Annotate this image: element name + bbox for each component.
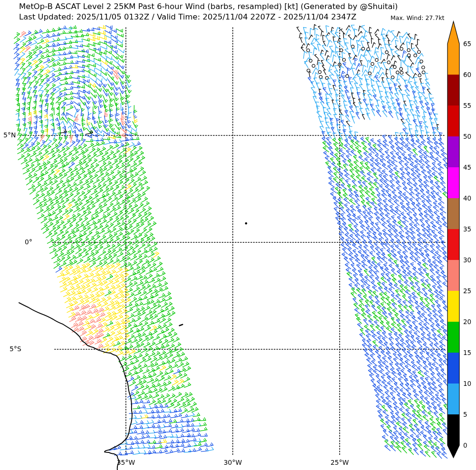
y-axis-tick-0°: 0°: [25, 238, 32, 246]
x-axis-tick-35°W: 35°W: [117, 459, 135, 466]
max-wind-label: Max. Wind: 27.7kt: [390, 14, 444, 21]
colorbar-tick-15: 15: [463, 349, 471, 356]
y-axis-tick-5°S: 5°S: [10, 345, 21, 353]
colorbar-tick-65: 65: [463, 40, 471, 48]
colorbar-tick-25: 25: [463, 287, 471, 295]
colorbar-tick-60: 60: [463, 71, 471, 78]
colorbar-tick-20: 20: [463, 318, 471, 326]
chart-subtitle: Last Updated: 2025/11/05 0132Z / Valid T…: [19, 12, 356, 21]
colorbar-tick-50: 50: [463, 133, 471, 140]
colorbar-tick-40: 40: [463, 194, 471, 202]
colorbar-tick-30: 30: [463, 256, 471, 264]
x-axis-tick-25°W: 25°W: [331, 459, 349, 466]
ascat-wind-chart-page: MetOp-B ASCAT Level 2 25KM Past 6-hour W…: [0, 0, 476, 470]
colorbar-tick-0: 0: [463, 441, 467, 449]
colorbar-tick-45: 45: [463, 163, 471, 171]
wind-speed-colorbar: [447, 19, 463, 461]
colorbar-tick-35: 35: [463, 225, 471, 233]
colorbar-tick-5: 5: [463, 411, 467, 418]
colorbar-tick-55: 55: [463, 102, 471, 109]
colorbar-tick-10: 10: [463, 380, 471, 387]
y-axis-tick-5°N: 5°N: [3, 131, 16, 139]
chart-title: MetOp-B ASCAT Level 2 25KM Past 6-hour W…: [19, 2, 398, 11]
wind-barb-map-canvas: [0, 0, 476, 470]
x-axis-tick-30°W: 30°W: [224, 459, 242, 466]
